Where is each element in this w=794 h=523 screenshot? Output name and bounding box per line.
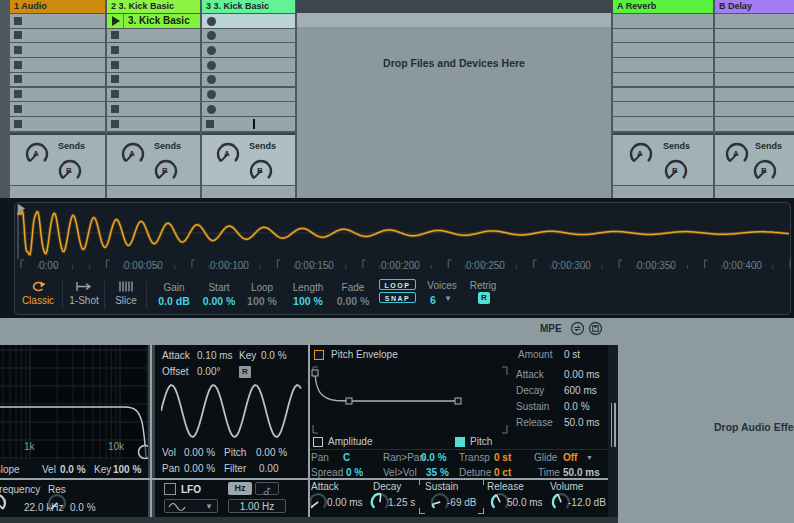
clip-slot[interactable] bbox=[10, 88, 105, 102]
clip-stop-button[interactable] bbox=[14, 46, 22, 54]
clip-slot[interactable] bbox=[10, 29, 105, 43]
return-track-header[interactable]: B Delay bbox=[715, 0, 794, 13]
loop-toggle-button[interactable]: LOOP bbox=[379, 279, 416, 290]
tab-classic[interactable]: Classic bbox=[20, 279, 56, 309]
record-button[interactable] bbox=[207, 31, 216, 40]
param-loop-value[interactable]: 100 % bbox=[243, 295, 281, 307]
clip-stop-button[interactable] bbox=[14, 75, 22, 83]
clip-slot[interactable] bbox=[107, 58, 200, 72]
clip-slot[interactable] bbox=[202, 29, 295, 43]
clip-slot[interactable] bbox=[10, 14, 105, 28]
scrollbar-handle[interactable] bbox=[611, 403, 613, 447]
clip-slot[interactable] bbox=[715, 73, 794, 87]
clip-slot[interactable] bbox=[107, 117, 200, 131]
retrig-button[interactable]: R bbox=[478, 292, 490, 304]
clip-stop-button[interactable] bbox=[14, 120, 22, 128]
clip-stop-button[interactable] bbox=[111, 31, 119, 39]
clip-slot[interactable] bbox=[613, 117, 713, 131]
clip-slot[interactable] bbox=[715, 117, 794, 131]
clip-stop-button[interactable] bbox=[14, 105, 22, 113]
audio-effect-drop-zone[interactable]: Drop Audio Effects Here bbox=[618, 345, 794, 523]
adsr-release-value[interactable]: 50.0 ms bbox=[507, 497, 543, 508]
adsr-volume-value[interactable]: -12.0 dB bbox=[568, 497, 606, 508]
param-start-value[interactable]: 0.00 % bbox=[198, 295, 240, 307]
voices-value[interactable]: 6 bbox=[424, 294, 442, 306]
clip-slot[interactable] bbox=[202, 73, 295, 87]
clip-stop-button[interactable] bbox=[14, 90, 22, 98]
sample-waveform-display[interactable] bbox=[14, 202, 791, 278]
send-b-label: B bbox=[162, 166, 168, 175]
device-drop-zone[interactable]: Drop Files and Devices Here bbox=[297, 13, 611, 198]
record-button[interactable] bbox=[207, 17, 216, 26]
clip-stop-button[interactable] bbox=[111, 90, 119, 98]
clip-slot[interactable] bbox=[202, 14, 295, 28]
clip-slot[interactable] bbox=[107, 73, 200, 87]
clip-stop-button[interactable] bbox=[111, 75, 119, 83]
track-header[interactable]: 1 Audio bbox=[10, 0, 105, 13]
mpe-tab[interactable]: MPE bbox=[540, 323, 562, 334]
clip-slot[interactable] bbox=[107, 102, 200, 116]
clip-slot[interactable] bbox=[613, 88, 713, 102]
clip-slot[interactable] bbox=[613, 43, 713, 57]
clip-slot[interactable] bbox=[107, 43, 200, 57]
tab-1shot[interactable]: 1-Shot bbox=[66, 279, 102, 309]
return-track-header[interactable]: A Reverb bbox=[613, 0, 713, 13]
clip-slot[interactable] bbox=[715, 29, 794, 43]
clip-slot[interactable] bbox=[107, 88, 200, 102]
hot-swap-icon[interactable] bbox=[570, 321, 585, 336]
clip-slot[interactable] bbox=[202, 102, 295, 116]
clip-slot[interactable] bbox=[613, 14, 713, 28]
track-header[interactable]: 2 3. Kick Basic bbox=[107, 0, 200, 13]
clip-play-icon[interactable] bbox=[112, 16, 120, 26]
record-button[interactable] bbox=[207, 61, 216, 70]
clip-stop-button[interactable] bbox=[14, 31, 22, 39]
clip-slot[interactable] bbox=[715, 88, 794, 102]
record-button[interactable] bbox=[207, 46, 216, 55]
snap-toggle-button[interactable]: SNAP bbox=[379, 292, 416, 303]
clip-stop-button[interactable] bbox=[111, 61, 119, 69]
scrollbar-handle[interactable] bbox=[614, 403, 616, 447]
tab-slice[interactable]: Slice bbox=[108, 279, 144, 309]
clip-stop-button[interactable] bbox=[111, 46, 119, 54]
param-length-value[interactable]: 100 % bbox=[286, 295, 330, 307]
clip-slot[interactable] bbox=[715, 58, 794, 72]
clip-slot[interactable] bbox=[202, 117, 295, 131]
clip-slot[interactable] bbox=[202, 43, 295, 57]
clip-slot[interactable] bbox=[10, 43, 105, 57]
record-button[interactable] bbox=[207, 90, 216, 99]
clip-stop-button[interactable] bbox=[111, 120, 119, 128]
attack-knob[interactable] bbox=[307, 491, 329, 513]
clip-slot[interactable] bbox=[10, 58, 105, 72]
clip-slot[interactable] bbox=[10, 117, 105, 131]
clip-slot[interactable] bbox=[10, 73, 105, 87]
clip-slot[interactable] bbox=[107, 29, 200, 43]
clip-slot[interactable] bbox=[613, 58, 713, 72]
save-preset-icon[interactable] bbox=[588, 321, 603, 336]
clip-slot[interactable] bbox=[715, 102, 794, 116]
device-chain-scrollbar[interactable] bbox=[608, 345, 618, 517]
clip-stop-button[interactable] bbox=[111, 105, 119, 113]
record-button[interactable] bbox=[207, 75, 216, 84]
clip-slot[interactable] bbox=[715, 14, 794, 28]
clip-slot[interactable] bbox=[10, 102, 105, 116]
adsr-decay-value[interactable]: 1.25 s bbox=[388, 497, 415, 508]
param-fade-value[interactable]: 0.00 % bbox=[332, 295, 374, 307]
clip-stop-button[interactable] bbox=[14, 17, 22, 25]
clip-slot[interactable] bbox=[715, 43, 794, 57]
clip-slot[interactable] bbox=[202, 58, 295, 72]
record-button[interactable] bbox=[207, 105, 216, 114]
clip-slot[interactable] bbox=[613, 29, 713, 43]
simpler-sample-section: Classic1-ShotSlice Gain0.0 dBStart0.00 %… bbox=[0, 198, 794, 318]
clip-stop-button[interactable] bbox=[14, 61, 22, 69]
clip-slot[interactable]: 3. Kick Basic bbox=[107, 14, 200, 28]
track-header[interactable]: 3 3. Kick Basic bbox=[202, 0, 295, 13]
divider bbox=[123, 14, 124, 28]
clip-slot[interactable] bbox=[613, 102, 713, 116]
clip-slot[interactable] bbox=[613, 73, 713, 87]
voices-dropdown-arrow[interactable]: ▼ bbox=[444, 294, 452, 303]
adsr-sustain-value[interactable]: -69 dB bbox=[447, 497, 476, 508]
clip-stop-button[interactable] bbox=[206, 120, 214, 128]
clip-slot[interactable] bbox=[202, 88, 295, 102]
param-gain-value[interactable]: 0.0 dB bbox=[153, 295, 195, 307]
adsr-attack-value[interactable]: 0.00 ms bbox=[327, 497, 363, 508]
